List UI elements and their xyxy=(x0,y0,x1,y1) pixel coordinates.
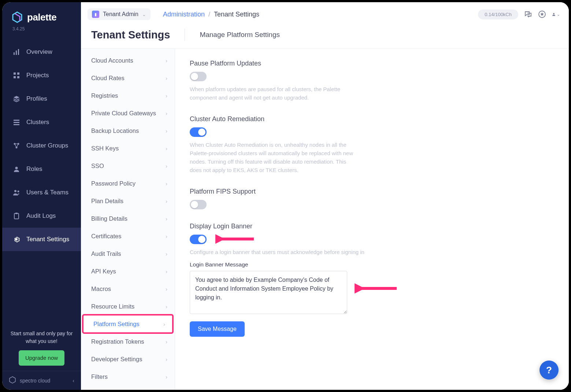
save-message-button[interactable]: Save Message xyxy=(190,321,245,337)
settings-item-label: Platform Settings xyxy=(93,321,140,328)
breadcrumb-sep: / xyxy=(208,11,210,18)
upgrade-button[interactable]: Upgrade now xyxy=(19,350,64,366)
nav-overview[interactable]: Overview xyxy=(2,40,81,64)
chevron-left-icon[interactable]: ‹ xyxy=(73,378,74,384)
settings-item-label: Backup Locations xyxy=(91,127,139,134)
settings-item-resource-limits[interactable]: Resource Limits› xyxy=(81,298,175,315)
settings-item-label: Plan Details xyxy=(91,198,123,205)
fips-section: Platform FIPS Support xyxy=(190,188,358,209)
nav-profiles[interactable]: Profiles xyxy=(2,87,81,111)
settings-item-api-keys[interactable]: API Keys› xyxy=(81,262,175,280)
settings-item-label: API Keys xyxy=(91,268,116,275)
spectro-logo-icon xyxy=(9,376,16,385)
settings-item-label: SSO xyxy=(91,163,104,169)
chevron-right-icon: › xyxy=(166,75,167,81)
settings-item-label: Developer Settings xyxy=(91,356,142,363)
user-menu-icon[interactable]: ⌄ xyxy=(552,10,560,18)
settings-item-label: Macros xyxy=(91,285,111,292)
nodes-icon xyxy=(12,142,21,150)
svg-rect-0 xyxy=(14,52,15,55)
nav-label: Overview xyxy=(26,48,52,56)
pause-updates-title: Pause Platform Updates xyxy=(190,60,358,67)
banner-message-input[interactable] xyxy=(190,271,347,314)
breadcrumb-admin[interactable]: Administration xyxy=(163,11,205,18)
chevron-right-icon: › xyxy=(166,180,167,187)
chevron-right-icon: › xyxy=(163,321,165,327)
help-fab[interactable]: ? xyxy=(540,361,559,380)
settings-item-audit-trails[interactable]: Audit Trails› xyxy=(81,245,175,262)
settings-item-platform-settings[interactable]: Platform Settings› xyxy=(83,315,173,333)
layers-icon xyxy=(12,95,21,103)
svg-rect-9 xyxy=(14,124,19,125)
brand-footer[interactable]: spectro cloud ‹ xyxy=(2,371,81,390)
auto-remediation-title: Cluster Auto Remediation xyxy=(190,115,358,123)
chevron-right-icon: › xyxy=(166,57,167,64)
nav-projects[interactable]: Projects xyxy=(2,64,81,87)
annotation-arrow-2 xyxy=(355,282,398,295)
chevron-right-icon: › xyxy=(166,339,167,345)
svg-rect-7 xyxy=(14,120,19,121)
chevron-right-icon: › xyxy=(166,251,167,257)
page-header: Tenant Settings Manage Platform Settings xyxy=(81,23,569,49)
breadcrumb-current: Tenant Settings xyxy=(214,11,259,18)
settings-item-developer-settings[interactable]: Developer Settings› xyxy=(81,350,175,368)
settings-item-sso[interactable]: SSO› xyxy=(81,157,175,175)
settings-item-macros[interactable]: Macros› xyxy=(81,280,175,298)
settings-item-label: Password Policy xyxy=(91,180,136,187)
settings-item-plan-details[interactable]: Plan Details› xyxy=(81,192,175,210)
svg-rect-3 xyxy=(14,72,16,75)
settings-item-billing-details[interactable]: Billing Details› xyxy=(81,210,175,227)
chevron-down-icon: ⌄ xyxy=(142,12,146,17)
settings-item-password-policy[interactable]: Password Policy› xyxy=(81,175,175,192)
settings-item-label: Registries xyxy=(91,92,118,99)
chevron-right-icon: › xyxy=(166,145,167,152)
annotation-arrow-1 xyxy=(215,232,256,246)
scope-selector[interactable]: ▮ Tenant Admin ⌄ xyxy=(88,8,151,20)
settings-item-certificates[interactable]: Certificates› xyxy=(81,227,175,245)
settings-item-registration-tokens[interactable]: Registration Tokens› xyxy=(81,333,175,350)
svg-rect-8 xyxy=(14,122,19,123)
list-icon xyxy=(12,118,21,126)
palette-logo-icon xyxy=(11,11,23,23)
usage-pill: 0.14/100kCh xyxy=(478,10,518,19)
nav-label: Tenant Settings xyxy=(26,236,69,243)
chat-icon[interactable] xyxy=(524,10,532,18)
settings-item-cloud-accounts[interactable]: Cloud Accounts› xyxy=(81,52,175,69)
grid-icon xyxy=(12,71,21,79)
svg-point-15 xyxy=(18,191,19,193)
nav-label: Projects xyxy=(26,72,49,79)
nav-cluster-groups[interactable]: Cluster Groups xyxy=(2,134,81,157)
chevron-right-icon: › xyxy=(166,163,167,169)
settings-item-label: SSH Keys xyxy=(91,145,119,152)
svg-point-19 xyxy=(553,13,555,14)
pause-updates-desc: When platform updates are paused for all… xyxy=(190,85,358,102)
nav-label: Cluster Groups xyxy=(26,142,68,149)
nav-tenant-settings[interactable]: Tenant Settings xyxy=(2,228,81,251)
login-banner-desc: Configure a login banner that users must… xyxy=(190,248,380,256)
settings-item-ssh-keys[interactable]: SSH Keys› xyxy=(81,139,175,157)
nav-roles[interactable]: Roles xyxy=(2,157,81,181)
chevron-right-icon: › xyxy=(166,286,167,292)
auto-remediation-toggle[interactable] xyxy=(190,127,207,137)
settings-item-label: Billing Details xyxy=(91,215,127,222)
settings-item-cloud-rates[interactable]: Cloud Rates› xyxy=(81,69,175,87)
settings-item-registries[interactable]: Registries› xyxy=(81,87,175,104)
settings-item-backup-locations[interactable]: Backup Locations› xyxy=(81,122,175,139)
settings-item-label: Certificates xyxy=(91,233,122,240)
settings-item-filters[interactable]: Filters› xyxy=(81,368,175,385)
pause-updates-toggle[interactable] xyxy=(190,72,207,81)
settings-item-label: Audit Trails xyxy=(91,250,121,257)
svg-rect-6 xyxy=(17,76,19,78)
settings-item-label: Cloud Accounts xyxy=(91,57,133,64)
nav-clusters[interactable]: Clusters xyxy=(2,111,81,134)
breadcrumb: Administration / Tenant Settings xyxy=(163,11,259,18)
login-banner-toggle[interactable] xyxy=(190,235,207,244)
settings-item-private-cloud-gateways[interactable]: Private Cloud Gateways› xyxy=(81,104,175,122)
settings-menu: Cloud Accounts›Cloud Rates›Registries›Pr… xyxy=(81,49,175,390)
nav-audit-logs[interactable]: Audit Logs xyxy=(2,204,81,228)
star-icon[interactable] xyxy=(538,10,546,18)
footer-text: Start small and only pay for what you us… xyxy=(7,330,76,345)
nav-users-teams[interactable]: Users & Teams xyxy=(2,181,81,204)
scope-icon: ▮ xyxy=(92,11,99,18)
fips-toggle[interactable] xyxy=(190,200,207,209)
